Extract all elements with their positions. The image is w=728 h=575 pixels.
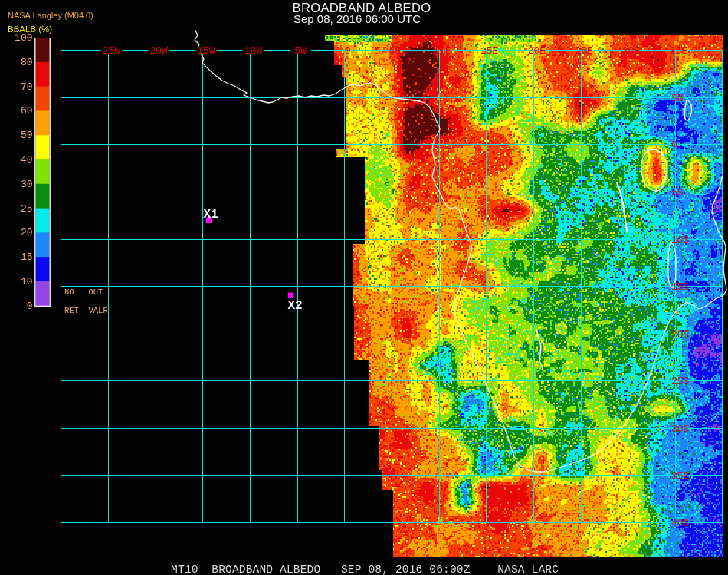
svg-text:NASA Langley (M04.0): NASA Langley (M04.0) [8, 11, 93, 20]
svg-text:50: 50 [21, 130, 33, 141]
svg-text:20: 20 [21, 227, 33, 238]
svg-text:80: 80 [21, 57, 33, 68]
svg-text:15W: 15W [197, 45, 215, 57]
svg-text:10E: 10E [433, 45, 451, 57]
svg-text:X2: X2 [288, 299, 303, 313]
svg-text:BBALB (%): BBALB (%) [8, 25, 52, 34]
svg-text:5W: 5W [294, 45, 307, 57]
svg-text:35S: 35S [671, 471, 690, 482]
svg-text:15S: 15S [671, 281, 690, 293]
svg-text:10S: 10S [671, 235, 690, 246]
svg-text:10W: 10W [244, 45, 263, 57]
svg-text:15E: 15E [480, 45, 499, 57]
svg-text:5S: 5S [671, 187, 684, 199]
svg-text:100: 100 [15, 32, 32, 44]
svg-text:30: 30 [21, 179, 33, 190]
svg-text:30S: 30S [671, 423, 690, 435]
svg-text:MT10 BROADBAND ALBEDO SEP 0: MT10 BROADBAND ALBEDO SEP 08, 2016 06:00… [171, 564, 559, 575]
svg-text:20E: 20E [528, 45, 546, 57]
svg-text:10: 10 [21, 276, 33, 288]
svg-text:RET VALR: RET VALR [64, 306, 108, 315]
svg-text:20S: 20S [671, 329, 690, 340]
svg-text:70: 70 [21, 81, 33, 93]
svg-text:NO OUT: NO OUT [64, 288, 103, 297]
svg-text:35E: 35E [670, 45, 688, 57]
svg-text:20W: 20W [149, 45, 168, 57]
svg-text:0: 0 [345, 45, 351, 57]
svg-text:40S: 40S [671, 518, 690, 529]
svg-text:40: 40 [21, 154, 33, 166]
svg-text:60: 60 [21, 105, 33, 117]
svg-text:25S: 25S [671, 376, 690, 387]
svg-text:25E: 25E [575, 45, 593, 57]
svg-text:15: 15 [21, 251, 33, 263]
svg-text:0: 0 [27, 301, 33, 312]
svg-text:0: 0 [671, 140, 677, 151]
svg-text:5N: 5N [671, 93, 684, 104]
svg-text:X1: X1 [204, 208, 218, 222]
svg-text:Sep 08, 2016 06:00 UTC: Sep 08, 2016 06:00 UTC [293, 12, 421, 25]
svg-text:5E: 5E [389, 45, 402, 57]
svg-text:30E: 30E [622, 45, 641, 57]
svg-text:25W: 25W [103, 45, 121, 57]
svg-text:25: 25 [21, 203, 33, 215]
